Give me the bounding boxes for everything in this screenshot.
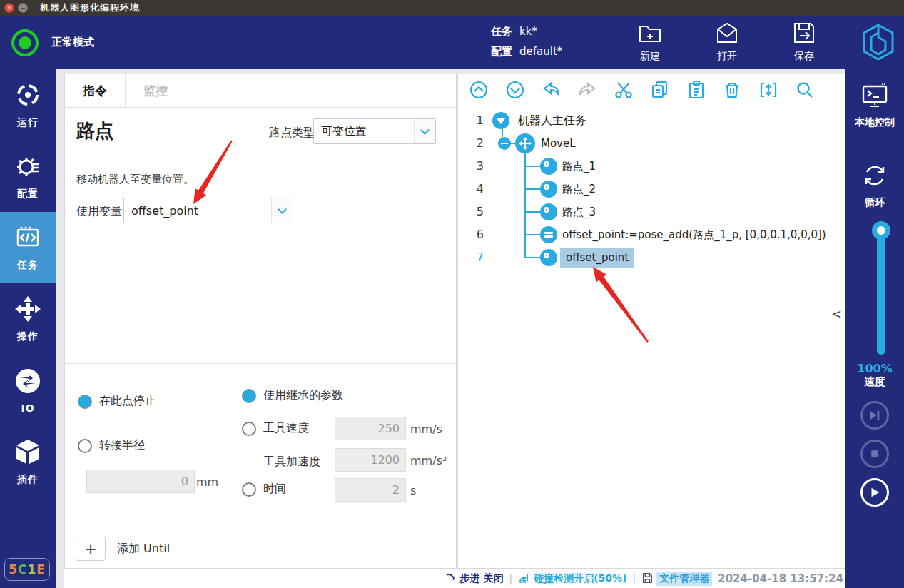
assignment-icon — [540, 226, 557, 243]
file-manager-disk-icon — [641, 572, 653, 586]
tree-row-main-task[interactable]: 1 机器人主任务 — [458, 109, 826, 132]
time-input[interactable]: 2 — [335, 478, 406, 502]
speed-label: 速度 — [845, 375, 904, 389]
new-button[interactable]: 新建 — [619, 20, 681, 63]
blend-radius-option[interactable]: 转接半径 — [78, 438, 145, 453]
tree-row-waypoint1[interactable]: 3 路点_1 — [458, 155, 826, 178]
search-icon[interactable] — [793, 78, 817, 102]
waypoint-icon — [540, 249, 557, 266]
collapse-left-icon[interactable]: < — [831, 306, 842, 321]
collision-detect-status[interactable]: 碰撞检测开启(50%) — [518, 572, 626, 586]
page-title: 路点 — [76, 118, 113, 143]
tree-row-waypoint3[interactable]: 5 路点_3 — [458, 201, 826, 223]
titlebar: × − 机器人图形化编程环境 — [0, 0, 904, 16]
tree-row-movel[interactable]: 2 MoveL — [458, 132, 826, 155]
stop-at-point-option[interactable]: 在此点停止 — [78, 394, 156, 409]
sidebar-item-operate[interactable]: 操作 — [0, 283, 56, 355]
paste-icon[interactable] — [684, 78, 709, 102]
circle-up-icon[interactable] — [467, 78, 491, 102]
chevron-down-icon — [414, 119, 435, 143]
tree-row-waypoint2[interactable]: 4 路点_2 — [458, 178, 826, 201]
tab-monitor[interactable]: 监控 — [126, 74, 186, 107]
program-tree-panel: 1 机器人主任务 2 MoveL 3 路点_1 4 — [457, 74, 826, 569]
app-window: × − 机器人图形化编程环境 正常模式 任务 kk* 配置 default* 新… — [0, 0, 904, 588]
plugin-cube-icon — [14, 437, 42, 469]
tree-row-offset-point[interactable]: 7 offset_point — [458, 246, 826, 269]
play-button[interactable] — [860, 478, 889, 507]
tree-row-assignment[interactable]: 6 offset_point:=pose_add(路点_1_p, [0,0,0.… — [458, 223, 826, 246]
delete-icon[interactable] — [720, 78, 744, 102]
status-code-badge[interactable]: 5C1E — [4, 558, 50, 581]
add-until-button[interactable]: + 添加 Until — [76, 537, 170, 561]
sidebar-item-run[interactable]: 运行 — [0, 69, 56, 141]
tool-accel-label: 工具加速度 — [263, 455, 320, 470]
speed-percent: 100% — [845, 362, 904, 375]
local-control-terminal-icon — [860, 81, 890, 113]
open-button[interactable]: 打开 — [696, 20, 758, 63]
skip-button[interactable] — [860, 401, 889, 430]
blend-radius-unit: mm — [196, 475, 218, 489]
minimize-icon[interactable]: − — [18, 3, 28, 13]
mode-green-icon — [11, 29, 39, 56]
radio-unselected-icon — [242, 422, 256, 436]
copy-icon[interactable] — [648, 78, 672, 102]
use-variable-dropdown[interactable]: offset_point — [123, 198, 293, 223]
tool-accel-input[interactable]: 1200 — [335, 448, 406, 472]
waypoint-icon — [540, 158, 557, 175]
task-config-block: 任务 kk* 配置 default* — [491, 21, 562, 61]
redo-icon[interactable] — [575, 78, 599, 102]
tool-speed-option[interactable]: 工具速度 — [242, 421, 309, 436]
speed-slider-track[interactable] — [877, 230, 885, 355]
waypoint-icon — [540, 181, 557, 198]
save-disk-icon — [791, 20, 817, 49]
use-variable-label: 使用变量 — [76, 204, 122, 219]
stop-button[interactable] — [860, 440, 889, 468]
config-gear-icon — [14, 152, 42, 183]
loop-icon — [860, 161, 890, 193]
radio-unselected-icon — [242, 482, 256, 497]
left-sidebar: 运行 配置 任务 — [0, 69, 56, 588]
tool-speed-input[interactable]: 250 — [335, 417, 406, 440]
tree-rows: 1 机器人主任务 2 MoveL 3 路点_1 4 — [458, 109, 826, 568]
task-code-icon — [14, 223, 42, 255]
loop-button[interactable]: 循环 — [845, 161, 904, 209]
panel-collapse-strip: < — [826, 74, 845, 569]
instruction-description: 移动机器人至变量位置。 — [76, 173, 194, 186]
insert-swap-icon[interactable] — [756, 78, 781, 102]
speed-slider-thumb[interactable] — [872, 221, 890, 240]
operate-arrows-icon — [14, 295, 42, 326]
sidebar-item-config[interactable]: 配置 — [0, 141, 56, 212]
circle-down-icon[interactable] — [503, 78, 527, 102]
collapse-triangle-icon[interactable] — [492, 112, 509, 129]
time-option[interactable]: 时间 — [242, 482, 286, 497]
speed-readout: 100% 速度 — [845, 362, 904, 389]
tab-row: 指令 监控 — [65, 74, 456, 108]
cut-icon[interactable] — [611, 78, 636, 102]
radio-selected-icon — [78, 395, 92, 409]
save-button[interactable]: 保存 — [773, 20, 835, 63]
time-unit: s — [410, 484, 416, 497]
tool-speed-unit: mm/s — [410, 422, 442, 436]
task-label: 任务 — [491, 21, 512, 41]
radio-selected-icon — [242, 389, 256, 403]
file-manager-status[interactable]: 文件管理器 — [641, 572, 712, 586]
close-icon[interactable]: × — [4, 3, 14, 13]
waypoint-type-label: 路点类型 — [269, 126, 315, 141]
header: 正常模式 任务 kk* 配置 default* 新建 — [0, 16, 904, 69]
step-mode-status[interactable]: 步进 关闭 — [445, 572, 504, 586]
local-control-button[interactable]: 本地控制 — [845, 81, 904, 129]
open-envelope-icon — [714, 20, 740, 49]
undo-icon[interactable] — [539, 78, 564, 102]
task-value: kk* — [519, 21, 537, 41]
radio-unselected-icon — [78, 439, 92, 453]
collapse-minus-icon[interactable] — [498, 137, 511, 150]
sidebar-item-task[interactable]: 任务 — [0, 212, 56, 283]
blend-radius-input[interactable]: 0 — [86, 470, 195, 493]
inherit-params-option[interactable]: 使用继承的参数 — [242, 388, 343, 403]
io-arrows-icon — [14, 367, 42, 398]
sidebar-item-plugin[interactable]: 插件 — [0, 426, 56, 497]
waypoint-type-dropdown[interactable]: 可变位置 — [313, 118, 436, 144]
tab-instruction[interactable]: 指令 — [65, 74, 126, 107]
sidebar-item-io[interactable]: IO — [0, 355, 56, 426]
config-value: default* — [519, 41, 562, 61]
